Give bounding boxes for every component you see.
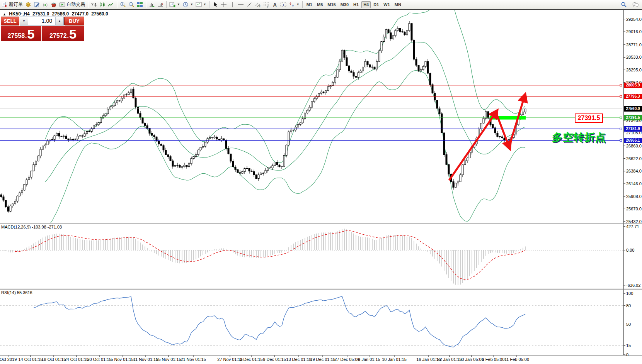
toolbar-group-objects: EFAT▼: [211, 0, 301, 9]
text-button[interactable]: A: [271, 0, 279, 8]
time-axis-label: 10 Jan 01:15: [382, 357, 407, 362]
new-order-button-label: 新订单: [9, 1, 23, 8]
toolbar-separator: [209, 1, 209, 8]
window-divider: [0, 9, 642, 10]
chart-shift-button[interactable]: [156, 0, 165, 8]
macd-indicator-label: MACD(12,26,9) -103.98 -271.03: [1, 225, 62, 229]
periods-button[interactable]: ▼: [181, 0, 194, 8]
fibo-icon: F: [263, 2, 269, 8]
rsi-axis-label: 100: [626, 291, 633, 296]
signals-button[interactable]: [41, 0, 49, 8]
zoom-out-icon: [128, 2, 135, 8]
price-tick-label: 28771.0: [626, 42, 642, 47]
tile-icon: [137, 2, 143, 8]
price-tick-label: 25432.0: [626, 219, 642, 224]
price-tick-label: 26622.0: [626, 156, 642, 161]
time-axis-label: 30 Oct 01:15: [87, 357, 112, 362]
fibo-button[interactable]: F: [262, 0, 271, 8]
zoom-in-button[interactable]: [119, 0, 127, 8]
svg-text:E: E: [259, 5, 261, 7]
timeframe-m1-button[interactable]: M1: [305, 1, 314, 8]
trendline-button[interactable]: [245, 0, 254, 8]
arrows-button[interactable]: ▼: [288, 0, 301, 8]
signals-icon: [42, 2, 48, 8]
time-axis-label: 9 Dec 01:15: [263, 357, 286, 362]
search-icon[interactable]: [620, 0, 628, 8]
macd-axis-label: 427.71: [626, 224, 639, 229]
timeframe-d1-button[interactable]: D1: [371, 1, 381, 8]
timeframe-w1-button[interactable]: W1: [381, 1, 392, 8]
toolbar-group-scroll: [147, 0, 165, 9]
timeframe-m5-button[interactable]: M5: [315, 1, 325, 8]
autotrading-button-label: 自动交易: [66, 1, 85, 8]
tile-windows-button[interactable]: [136, 0, 144, 8]
channel-button[interactable]: E: [254, 0, 262, 8]
label-button[interactable]: T: [279, 0, 288, 8]
bar-chart-button[interactable]: [90, 0, 98, 8]
templates-button[interactable]: ▼: [194, 0, 208, 8]
zoom-out-button[interactable]: [127, 0, 136, 8]
price-level-annotation[interactable]: 27391.5: [575, 113, 603, 123]
time-axis-label: 18 Oct 01:15: [42, 357, 66, 362]
toolbar-group-timeframes: M1M5M15M30H1H4D1W1MN: [304, 0, 404, 9]
toolbar-separator: [117, 1, 117, 8]
vline-icon: [229, 2, 235, 8]
timeframe-m15-button[interactable]: M15: [325, 1, 337, 8]
buy-price[interactable]: 27572.5: [42, 26, 84, 41]
chevron-down-icon: ▼: [177, 3, 180, 6]
macd-axis-label: 0.00: [626, 248, 634, 252]
auto-scroll-button[interactable]: [148, 0, 156, 8]
timeframe-mn-button[interactable]: MN: [393, 1, 403, 8]
sell-price[interactable]: 27558.5: [1, 26, 41, 41]
toolbar-group-insert: ▼▼▼: [168, 0, 208, 9]
market-button[interactable]: [49, 0, 58, 8]
volume-decrease-button[interactable]: ▼: [20, 17, 28, 25]
buy-price-big: 5: [69, 29, 77, 39]
crosshair-button[interactable]: [220, 0, 228, 8]
one-click-trading-panel: SELL ▼ 1.00 ▲ BUY 27558.5 27572.5: [1, 17, 84, 41]
volume-input[interactable]: 1.00: [28, 17, 55, 25]
timeframe-h4-button[interactable]: H4: [361, 1, 371, 8]
ohlc-low: 27477.0: [72, 11, 88, 17]
time-axis-label: 5 Feb 05:00: [482, 357, 505, 362]
indicators-button[interactable]: ▼: [168, 0, 181, 8]
sell-button[interactable]: SELL: [1, 17, 19, 25]
price-tick-label: 26146.0: [626, 181, 642, 186]
ohlc-open: 27531.0: [32, 11, 49, 17]
chat-icon[interactable]: [631, 0, 640, 8]
volume-increase-button[interactable]: ▲: [55, 17, 63, 25]
ohlc-high: 27586.0: [52, 11, 69, 17]
cursor-button[interactable]: [211, 0, 220, 8]
time-axis-label: 11 Feb 05:00: [504, 357, 529, 362]
time-axis-label: Oct 2019: [0, 357, 17, 362]
rsi-axis-label: 0: [626, 352, 628, 357]
line-chart-button[interactable]: [107, 0, 115, 8]
pivot-point-annotation[interactable]: 多空转折点: [552, 130, 606, 144]
rsi-indicator-label: RSI(14) 55.3616: [1, 290, 32, 295]
editor-icon: [34, 2, 40, 8]
indicators-icon: [169, 2, 175, 8]
sell-price-dot: .: [25, 32, 27, 39]
rsi-axis-label: 50: [626, 322, 631, 327]
time-axis-label: 15 Nov 01:15: [156, 357, 181, 362]
timeframe-m30-button[interactable]: M30: [339, 1, 351, 8]
metaeditor-button[interactable]: [32, 0, 41, 8]
chevron-down-icon: ▼: [296, 3, 300, 6]
buy-button[interactable]: BUY: [64, 17, 84, 25]
price-tick-label: 25670.0: [626, 207, 642, 211]
time-axis-label: 27 Dec 05:00: [334, 357, 359, 362]
hline-button[interactable]: [237, 0, 245, 8]
autotrading-button[interactable]: 自动交易: [58, 0, 86, 8]
autoscroll-icon: [149, 2, 155, 8]
new-order-icon: [2, 2, 8, 8]
collapse-panel-icon[interactable]: ▲: [3, 12, 6, 16]
trendline-icon: [246, 2, 252, 8]
vline-button[interactable]: [228, 0, 237, 8]
candlestick-button[interactable]: [98, 0, 107, 8]
hline-icon: [238, 2, 244, 8]
new-order-button[interactable]: 新订单: [0, 0, 24, 8]
timeframe-h1-button[interactable]: H1: [351, 1, 361, 8]
time-axis-label: 19 Dec 01:15: [310, 357, 335, 362]
time-axis-label: 11 Nov 01:15: [133, 357, 158, 362]
chart-profiles-button[interactable]: [24, 0, 32, 8]
